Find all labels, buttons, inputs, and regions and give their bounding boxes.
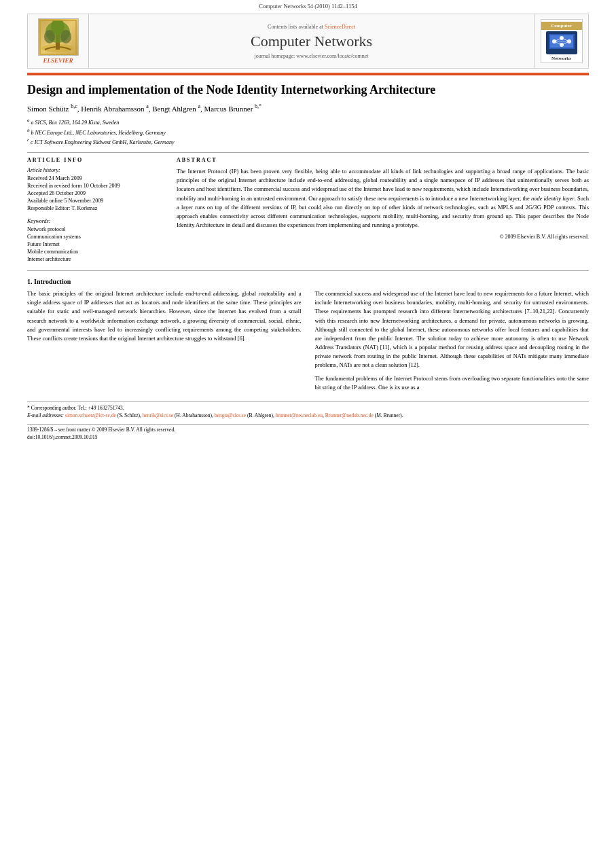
journal-ref-text: Computer Networks 54 (2010) 1142–1154 xyxy=(259,3,357,10)
keyword-1: Network protocol xyxy=(27,226,163,232)
paper-title: Design and implementation of the Node Id… xyxy=(27,82,589,98)
email-label: E-mail addresses: xyxy=(27,412,64,418)
body-divider xyxy=(27,270,589,271)
author-sup-b: b,* xyxy=(255,103,261,109)
section1-right-text-1: The commercial success and widespread us… xyxy=(315,289,590,370)
contents-text: Contents lists available at xyxy=(268,24,323,30)
article-info-col: ARTICLE INFO Article history: Received 2… xyxy=(27,157,163,264)
email-footnote: E-mail addresses: simon.schuetz@ict-se.d… xyxy=(27,412,589,418)
elsevier-logo: ELSEVIER xyxy=(38,18,79,64)
journal-logo-top: Computer xyxy=(541,22,582,30)
abstract-col: ABSTRACT The Internet Protocol (IP) has … xyxy=(177,157,589,264)
received-date: Received 24 March 2009 xyxy=(27,175,163,181)
keywords-label: Keywords: xyxy=(27,218,163,224)
affiliation-c: c c ICT Software Engineering Südwest Gmb… xyxy=(27,137,589,147)
corresponding-footnote: * Corresponding author. Tel.: +49 163275… xyxy=(27,405,589,411)
author-sup-bc: b,c xyxy=(71,103,77,109)
doi-line: doi:10.1016/j.comnet.2009.10.015 xyxy=(27,434,589,440)
abstract-heading: ABSTRACT xyxy=(177,157,589,163)
main-content: Design and implementation of the Node Id… xyxy=(27,75,589,448)
journal-title: Computer Networks xyxy=(251,33,372,50)
affiliation-b: b b NEC Europe Ltd., NEC Laboratories, H… xyxy=(27,127,589,137)
svg-rect-19 xyxy=(558,50,565,53)
keyword-3: Future Internet xyxy=(27,241,163,247)
affiliation-b-text: b NEC Europe Ltd., NEC Laboratories, Hei… xyxy=(31,129,166,135)
affiliation-c-text: c ICT Software Engineering Südwest GmbH,… xyxy=(31,139,174,145)
italic-phrase: node identity layer xyxy=(531,195,575,202)
elsevier-tree-svg xyxy=(39,20,77,55)
author-sup-a1: a xyxy=(146,103,149,109)
journal-header-center: Contents lists available at ScienceDirec… xyxy=(89,14,534,68)
section1-body: The basic principles of the original Int… xyxy=(27,289,589,396)
journal-reference: Computer Networks 54 (2010) 1142–1154 xyxy=(0,0,616,11)
keyword-4: Mobile communication xyxy=(27,249,163,255)
keyword-2: Communication systems xyxy=(27,234,163,240)
elsevier-tree-image xyxy=(38,18,79,56)
thin-divider-1 xyxy=(27,152,589,153)
contents-line: Contents lists available at ScienceDirec… xyxy=(268,24,355,30)
section1-right-text-2: The fundamental problems of the Internet… xyxy=(315,374,590,392)
section1-title: 1. Introduction xyxy=(27,278,589,285)
email-label-text: E-mail addresses: xyxy=(27,412,64,418)
email-link-4[interactable]: brunner@nw.neclab.eu xyxy=(276,412,323,418)
journal-logo-svg xyxy=(545,30,579,56)
email-link-1[interactable]: simon.schuetz@ict-se.de xyxy=(65,412,116,418)
section1-right-col: The commercial success and widespread us… xyxy=(315,289,590,396)
editor-info: Responsible Editor: T. Korkmaz xyxy=(27,205,163,211)
elsevier-text: ELSEVIER xyxy=(43,57,73,64)
revised-date: Received in revised form 10 October 2009 xyxy=(27,183,163,189)
authors-line: Simon Schütz b,c, Henrik Abrahamsson a, … xyxy=(27,103,589,113)
footnote-area: * Corresponding author. Tel.: +49 163275… xyxy=(27,401,589,418)
article-info-abstract: ARTICLE INFO Article history: Received 2… xyxy=(27,157,589,264)
journal-logo-area: Computer Networks xyxy=(534,14,588,68)
accepted-date: Accepted 26 October 2009 xyxy=(27,190,163,196)
keyword-5: Internet architecture xyxy=(27,256,163,262)
email-link-3[interactable]: bengta@sics.se xyxy=(215,412,246,418)
history-label: Article history: xyxy=(27,167,163,173)
affiliations: a a SICS, Box 1263, 164 29 Kista, Sweden… xyxy=(27,117,589,147)
journal-logo-box: Computer Networks xyxy=(541,19,583,63)
keywords-section: Keywords: Network protocol Communication… xyxy=(27,218,163,262)
elsevier-logo-area: ELSEVIER xyxy=(28,14,89,68)
author-sup-a2: a xyxy=(198,103,200,109)
copyright-line: © 2009 Elsevier B.V. All rights reserved… xyxy=(177,234,589,240)
email-link-2[interactable]: henrik@sics.se xyxy=(143,412,173,418)
journal-logo-label: Networks xyxy=(551,56,571,61)
email-text: simon.schuetz@ict-se.de (S. Schütz), hen… xyxy=(65,412,403,418)
online-date: Available online 5 November 2009 xyxy=(27,198,163,204)
section1-left-col: The basic principles of the original Int… xyxy=(27,289,302,396)
journal-header: ELSEVIER Contents lists available at Sci… xyxy=(27,14,589,69)
sciencedirect-link[interactable]: ScienceDirect xyxy=(325,24,355,30)
article-info-heading: ARTICLE INFO xyxy=(27,157,163,163)
section1-left-text: The basic principles of the original Int… xyxy=(27,289,302,343)
abstract-text: The Internet Protocol (IP) has been prov… xyxy=(177,167,589,230)
page-footer: 1389-1286/$ – see front matter © 2009 El… xyxy=(27,424,589,440)
journal-homepage: journal homepage: www.elsevier.com/locat… xyxy=(255,53,369,59)
email-link-5[interactable]: Brunner@netlab.nec.de xyxy=(325,412,374,418)
issn-line: 1389-1286/$ – see front matter © 2009 El… xyxy=(27,427,589,433)
affiliation-a-text: a SICS, Box 1263, 164 29 Kista, Sweden xyxy=(31,120,120,126)
affiliation-a: a a SICS, Box 1263, 164 29 Kista, Sweden xyxy=(27,117,589,127)
